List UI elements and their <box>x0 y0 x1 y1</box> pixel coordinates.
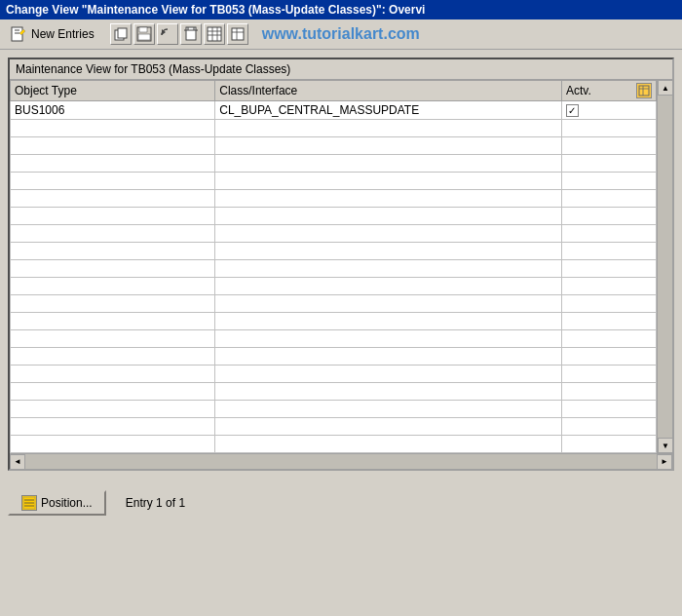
cell-object-type[interactable] <box>11 243 215 260</box>
table-header-row: Object Type Class/Interface Actv. <box>11 81 657 101</box>
cell-actv[interactable] <box>561 383 656 401</box>
cell-class-interface[interactable] <box>215 208 562 225</box>
cell-object-type[interactable] <box>11 208 215 225</box>
cell-actv[interactable] <box>561 243 656 260</box>
cell-object-type[interactable] <box>11 190 215 208</box>
undo-button[interactable] <box>157 23 178 45</box>
cell-class-interface[interactable] <box>215 436 562 453</box>
table-row <box>11 155 657 173</box>
hscroll-right-button[interactable]: ► <box>657 454 672 470</box>
svg-rect-19 <box>232 28 244 40</box>
cell-object-type[interactable] <box>11 313 215 330</box>
cell-actv[interactable] <box>561 401 656 418</box>
cell-actv[interactable] <box>561 137 656 155</box>
cell-object-type[interactable] <box>11 295 215 313</box>
position-button[interactable]: Position... <box>8 490 106 516</box>
cell-object-type[interactable] <box>11 401 215 418</box>
title-text: Change View "Maintenance View for TB053 … <box>6 3 425 17</box>
cell-actv[interactable] <box>561 120 656 137</box>
delete-button[interactable] <box>180 23 202 45</box>
cell-actv[interactable] <box>561 278 656 295</box>
cell-class-interface[interactable] <box>215 348 562 366</box>
cell-class-interface[interactable] <box>215 260 562 278</box>
scroll-track <box>658 96 672 438</box>
main-content: Maintenance View for TB053 (Mass-Update … <box>0 50 682 479</box>
cell-object-type[interactable] <box>11 383 215 401</box>
col-header-object-type: Object Type <box>11 81 215 101</box>
cell-object-type[interactable] <box>11 366 215 383</box>
table-row <box>11 295 657 313</box>
cell-class-interface[interactable] <box>215 418 562 436</box>
cell-class-interface[interactable] <box>215 225 562 243</box>
table-row <box>11 243 657 260</box>
cell-actv[interactable] <box>561 418 656 436</box>
cell-object-type[interactable] <box>11 173 215 190</box>
cell-object-type[interactable] <box>11 120 215 137</box>
cell-class-interface[interactable] <box>215 155 562 173</box>
table-body: BUS1006CL_BUPA_CENTRAL_MASSUPDATE <box>11 101 657 453</box>
cell-actv[interactable] <box>561 295 656 313</box>
cell-actv[interactable] <box>561 348 656 366</box>
svg-rect-22 <box>639 86 649 96</box>
cell-actv[interactable] <box>561 190 656 208</box>
export-button[interactable] <box>227 23 248 45</box>
cell-actv[interactable] <box>561 225 656 243</box>
cell-class-interface[interactable] <box>215 401 562 418</box>
cell-actv[interactable] <box>561 155 656 173</box>
column-settings-icon[interactable] <box>636 83 652 98</box>
vertical-scrollbar[interactable]: ▲ ▼ <box>657 80 672 453</box>
cell-object-type[interactable] <box>11 348 215 366</box>
cell-class-interface[interactable]: CL_BUPA_CENTRAL_MASSUPDATE <box>215 101 562 120</box>
cell-class-interface[interactable] <box>215 137 562 155</box>
cell-class-interface[interactable] <box>215 313 562 330</box>
cell-actv[interactable] <box>561 101 656 120</box>
cell-class-interface[interactable] <box>215 243 562 260</box>
cell-class-interface[interactable] <box>215 383 562 401</box>
data-table: Object Type Class/Interface Actv. <box>10 80 657 453</box>
scroll-down-button[interactable]: ▼ <box>658 438 673 453</box>
table-inner: Object Type Class/Interface Actv. <box>10 80 657 453</box>
cell-actv[interactable] <box>561 366 656 383</box>
cell-actv[interactable] <box>561 260 656 278</box>
actv-checkbox[interactable] <box>566 104 579 117</box>
new-entries-button[interactable]: New Entries <box>6 23 98 45</box>
save-button[interactable] <box>133 23 155 45</box>
cell-object-type[interactable] <box>11 137 215 155</box>
cell-object-type[interactable] <box>11 155 215 173</box>
cell-class-interface[interactable] <box>215 330 562 348</box>
table-title: Maintenance View for TB053 (Mass-Update … <box>10 59 672 80</box>
cell-actv[interactable] <box>561 208 656 225</box>
toolbar: New Entries <box>0 19 682 50</box>
cell-class-interface[interactable] <box>215 366 562 383</box>
table-row <box>11 348 657 366</box>
cell-object-type[interactable] <box>11 418 215 436</box>
cell-object-type[interactable]: BUS1006 <box>11 101 215 120</box>
hscroll-left-button[interactable]: ◄ <box>10 454 25 470</box>
cell-actv[interactable] <box>561 313 656 330</box>
table-row <box>11 418 657 436</box>
cell-actv[interactable] <box>561 436 656 453</box>
cell-actv[interactable] <box>561 173 656 190</box>
table-view-button[interactable] <box>204 23 225 45</box>
copy-pages-button[interactable] <box>110 23 132 45</box>
horizontal-scrollbar[interactable]: ◄ ► <box>10 453 672 469</box>
cell-class-interface[interactable] <box>215 278 562 295</box>
col-header-actv: Actv. <box>561 81 656 101</box>
svg-rect-8 <box>138 34 150 40</box>
cell-object-type[interactable] <box>11 278 215 295</box>
cell-class-interface[interactable] <box>215 295 562 313</box>
cell-class-interface[interactable] <box>215 190 562 208</box>
table-row <box>11 208 657 225</box>
cell-class-interface[interactable] <box>215 120 562 137</box>
cell-object-type[interactable] <box>11 225 215 243</box>
table-row <box>11 137 657 155</box>
scroll-up-button[interactable]: ▲ <box>658 80 673 96</box>
cell-actv[interactable] <box>561 330 656 348</box>
cell-class-interface[interactable] <box>215 173 562 190</box>
cell-object-type[interactable] <box>11 260 215 278</box>
table-container: Maintenance View for TB053 (Mass-Update … <box>8 58 674 471</box>
new-entries-icon <box>10 25 27 43</box>
table-row <box>11 190 657 208</box>
cell-object-type[interactable] <box>11 330 215 348</box>
cell-object-type[interactable] <box>11 436 215 453</box>
